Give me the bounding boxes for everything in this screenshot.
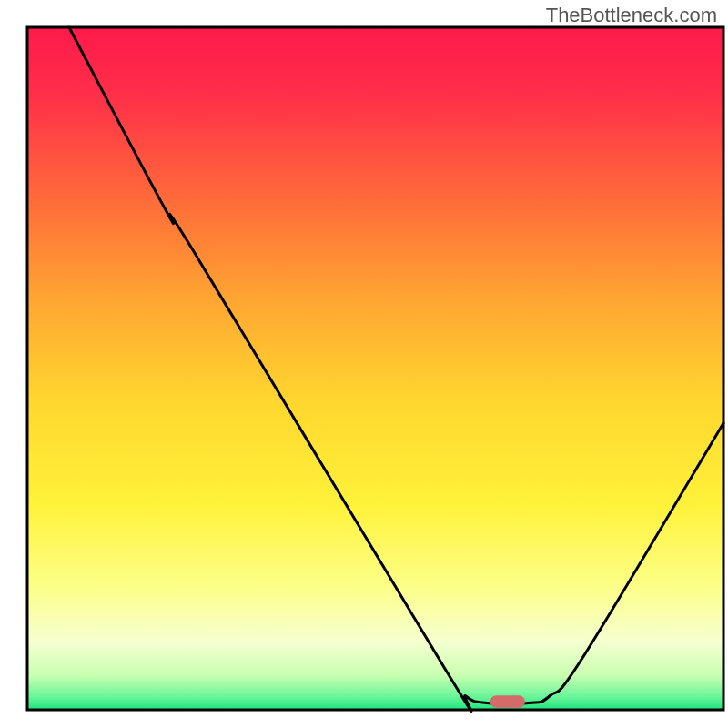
bottleneck-chart: TheBottleneck.com <box>0 0 728 728</box>
gradient-background <box>27 27 723 710</box>
watermark-text: TheBottleneck.com <box>546 4 717 27</box>
optimal-pill <box>490 695 525 708</box>
chart-svg <box>0 0 728 728</box>
